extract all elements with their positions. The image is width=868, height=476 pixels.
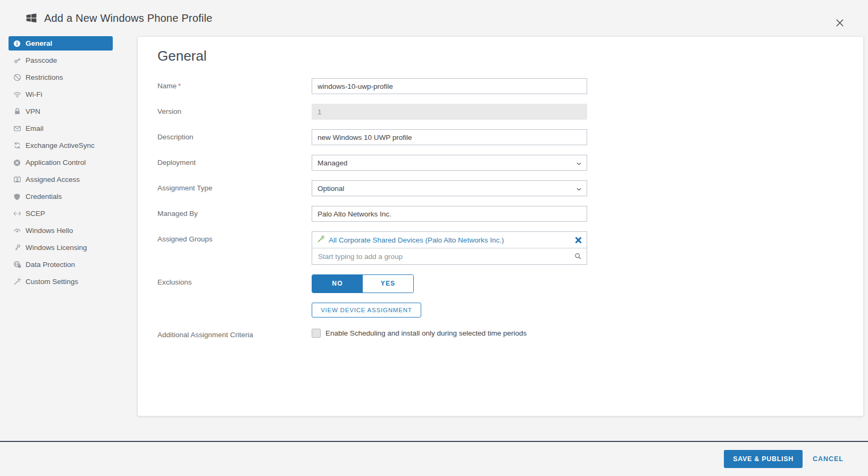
sidebar-item-windows-hello[interactable]: Windows Hello xyxy=(9,223,113,238)
kiosk-icon xyxy=(13,176,22,183)
dialog-header: Add a New Windows Phone Profile xyxy=(0,0,868,36)
general-panel: General Name* Version Description Deploy… xyxy=(137,36,864,416)
dialog-footer: SAVE & PUBLISH CANCEL xyxy=(0,442,868,476)
sidebar-item-credentials[interactable]: Credentials xyxy=(9,189,113,204)
version-field-row: Version xyxy=(157,104,863,120)
info-icon xyxy=(13,40,22,47)
managed-by-field-row: Managed By xyxy=(157,206,863,222)
deployment-select[interactable]: Managed xyxy=(312,155,587,171)
code-arrows-icon xyxy=(13,210,22,218)
assignment-type-label: Assignment Type xyxy=(157,180,312,196)
dialog-body: General Passcode Restrictions Wi-Fi VPN … xyxy=(0,36,868,416)
description-input[interactable] xyxy=(312,129,587,145)
assigned-groups-box: All Corporate Shared Devices (Palo Alto … xyxy=(312,231,587,265)
profile-sections-nav: General Passcode Restrictions Wi-Fi VPN … xyxy=(9,36,137,416)
sidebar-item-label: Application Control xyxy=(26,158,86,166)
globe-lock-icon xyxy=(13,261,22,269)
sidebar-item-label: Windows Hello xyxy=(26,227,73,235)
envelope-icon xyxy=(13,124,22,132)
ban-icon xyxy=(13,73,22,81)
assigned-group-link[interactable]: All Corporate Shared Devices (Palo Alto … xyxy=(329,236,504,244)
version-input xyxy=(312,104,587,120)
sidebar-item-windows-licensing[interactable]: Windows Licensing xyxy=(9,240,113,255)
description-field-row: Description xyxy=(157,129,863,145)
sync-icon xyxy=(13,141,22,149)
sidebar-item-label: Assigned Access xyxy=(26,176,80,183)
sidebar-item-label: SCEP xyxy=(26,210,45,218)
scheduling-checkbox-label: Enable Scheduling and install only durin… xyxy=(326,329,527,337)
name-field-row: Name* xyxy=(157,78,863,94)
sidebar-item-label: Credentials xyxy=(26,193,62,201)
exclusions-field-row: Exclusions NO YES xyxy=(157,274,863,293)
exclusions-yes-option[interactable]: YES xyxy=(363,275,413,293)
exclusions-toggle: NO YES xyxy=(312,274,414,293)
sidebar-item-vpn[interactable]: VPN xyxy=(9,104,113,119)
add-group-row xyxy=(312,248,587,264)
key-icon xyxy=(13,56,22,64)
additional-assignment-criteria-label: Additional Assignment Criteria xyxy=(157,327,312,339)
assigned-group-item: All Corporate Shared Devices (Palo Alto … xyxy=(312,232,587,248)
sidebar-item-email[interactable]: Email xyxy=(9,121,113,136)
description-label: Description xyxy=(157,129,312,145)
search-icon xyxy=(574,253,582,260)
assignment-type-selected-value: Optional xyxy=(318,185,344,193)
save-publish-button[interactable]: SAVE & PUBLISH xyxy=(724,450,803,468)
section-heading: General xyxy=(157,48,863,64)
windows-logo-icon xyxy=(26,12,37,24)
assignment-type-select[interactable]: Optional xyxy=(312,180,587,196)
sidebar-item-assigned-access[interactable]: Assigned Access xyxy=(9,172,113,187)
wand-icon xyxy=(13,278,22,286)
sidebar-item-label: Windows Licensing xyxy=(26,244,87,252)
sidebar-item-passcode[interactable]: Passcode xyxy=(9,53,113,68)
cancel-button[interactable]: CANCEL xyxy=(813,455,844,463)
sidebar-item-application-control[interactable]: Application Control xyxy=(9,155,113,170)
sidebar-item-custom-settings[interactable]: Custom Settings xyxy=(9,274,113,289)
scheduling-checkbox[interactable] xyxy=(312,329,321,338)
sidebar-item-general[interactable]: General xyxy=(9,36,113,51)
eye-icon xyxy=(13,227,22,235)
additional-assignment-criteria-row: Additional Assignment Criteria Enable Sc… xyxy=(157,327,863,339)
dialog-title: Add a New Windows Phone Profile xyxy=(44,12,212,24)
deployment-selected-value: Managed xyxy=(318,159,347,167)
dynamic-group-icon xyxy=(317,235,325,245)
sidebar-item-label: Restrictions xyxy=(26,73,63,81)
name-input[interactable] xyxy=(312,78,587,94)
add-profile-dialog: Add a New Windows Phone Profile General … xyxy=(0,0,868,476)
view-device-assignment-button[interactable]: VIEW DEVICE ASSIGNMENT xyxy=(312,303,421,318)
exclusions-no-option[interactable]: NO xyxy=(312,275,363,293)
managed-by-input[interactable] xyxy=(312,206,587,222)
version-label: Version xyxy=(157,104,312,120)
sidebar-item-label: Custom Settings xyxy=(26,278,78,286)
sidebar-item-data-protection[interactable]: Data Protection xyxy=(9,257,113,272)
sidebar-item-label: Passcode xyxy=(26,56,57,64)
assigned-groups-field-row: Assigned Groups All Corporate Shared Dev… xyxy=(157,231,863,265)
deployment-field-row: Deployment Managed xyxy=(157,155,863,171)
sidebar-item-label: General xyxy=(26,39,52,47)
assigned-groups-label: Assigned Groups xyxy=(157,231,312,265)
sidebar-item-wifi[interactable]: Wi-Fi xyxy=(9,87,113,102)
footer-spacer xyxy=(0,416,868,441)
sidebar-item-label: Wi-Fi xyxy=(26,90,42,98)
sidebar-item-exchange-activesync[interactable]: Exchange ActiveSync xyxy=(9,138,113,153)
lock-icon xyxy=(13,107,22,115)
managed-by-label: Managed By xyxy=(157,206,312,222)
license-key-icon xyxy=(13,244,22,252)
wifi-icon xyxy=(13,90,22,98)
sidebar-item-label: VPN xyxy=(26,107,40,115)
x-circle-icon xyxy=(13,159,22,166)
sidebar-item-scep[interactable]: SCEP xyxy=(9,206,113,221)
sidebar-item-restrictions[interactable]: Restrictions xyxy=(9,70,113,85)
assignment-type-field-row: Assignment Type Optional xyxy=(157,180,863,196)
deployment-label: Deployment xyxy=(157,155,312,171)
name-label: Name* xyxy=(157,78,312,94)
close-icon[interactable] xyxy=(834,17,846,29)
shield-icon xyxy=(13,193,22,201)
exclusions-label: Exclusions xyxy=(157,274,312,293)
add-group-input[interactable] xyxy=(317,252,570,261)
remove-group-icon[interactable] xyxy=(575,237,582,244)
sidebar-item-label: Data Protection xyxy=(26,261,75,269)
chevron-down-icon xyxy=(577,185,581,193)
chevron-down-icon xyxy=(577,159,581,167)
sidebar-item-label: Email xyxy=(26,124,44,132)
sidebar-item-label: Exchange ActiveSync xyxy=(26,141,95,149)
